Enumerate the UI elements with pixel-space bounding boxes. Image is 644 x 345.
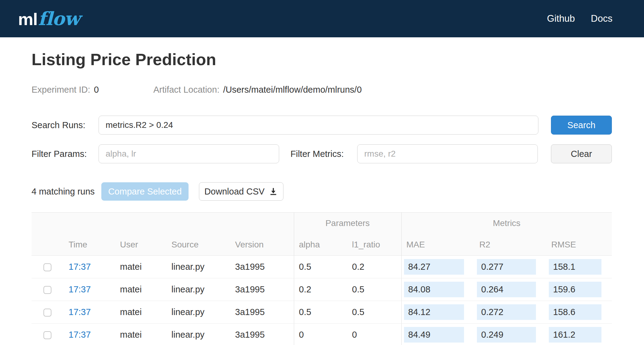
run-time-link[interactable]: 17:37 — [69, 330, 91, 339]
cell-user: matei — [115, 278, 167, 301]
download-csv-button[interactable]: Download CSV — [199, 182, 283, 201]
table-group-header-row: Parameters Metrics — [32, 213, 612, 234]
search-runs-label: Search Runs: — [32, 120, 99, 130]
column-header-version: Version — [230, 234, 294, 256]
cell-rmse: 159.6 — [546, 278, 612, 301]
download-icon — [269, 187, 278, 196]
table-row: 17:37 matei linear.py 3a1995 0.5 0.2 84.… — [32, 256, 612, 278]
top-navbar: ml flow Github Docs — [0, 0, 644, 37]
download-csv-label: Download CSV — [204, 187, 265, 197]
cell-source: linear.py — [167, 301, 230, 324]
mlflow-logo[interactable]: ml flow — [18, 8, 80, 29]
cell-checkbox — [32, 324, 64, 345]
row-checkbox[interactable] — [43, 263, 51, 271]
metric-value: 0.264 — [477, 282, 536, 297]
clear-button[interactable]: Clear — [551, 144, 612, 163]
cell-user: matei — [115, 301, 167, 324]
runs-table: Parameters Metrics Time User Source Vers… — [32, 212, 612, 345]
cell-l1-ratio: 0.2 — [347, 256, 401, 278]
page-title: Listing Price Prediction — [32, 49, 612, 69]
experiment-id-label: Experiment ID: — [32, 84, 90, 95]
nav-link-github[interactable]: Github — [547, 13, 575, 24]
artifact-location-value: /Users/matei/mlflow/demo/mlruns/0 — [223, 84, 362, 95]
column-header-time: Time — [64, 234, 115, 256]
main-content: Listing Price Prediction Experiment ID: … — [0, 49, 644, 345]
cell-checkbox — [32, 256, 64, 278]
metric-value: 159.6 — [549, 282, 601, 297]
group-header-metrics: Metrics — [401, 213, 612, 234]
column-header-user: User — [115, 234, 167, 256]
metric-value: 158.1 — [549, 259, 601, 275]
artifact-location-label: Artifact Location: — [153, 84, 219, 95]
table-row: 17:37 matei linear.py 3a1995 0.5 0.5 84.… — [32, 301, 612, 324]
row-checkbox[interactable] — [43, 331, 51, 339]
logo-ml-text: ml — [18, 9, 37, 29]
column-header-checkbox — [32, 234, 64, 256]
cell-rmse: 161.2 — [546, 324, 612, 345]
cell-alpha: 0 — [294, 324, 347, 345]
cell-time: 17:37 — [64, 301, 115, 324]
table-row: 17:37 matei linear.py 3a1995 0 0 84.49 0… — [32, 324, 612, 345]
cell-checkbox — [32, 278, 64, 301]
search-runs-input[interactable] — [99, 116, 538, 135]
search-row: Search Runs: Search — [32, 116, 612, 135]
cell-l1-ratio: 0 — [347, 324, 401, 345]
cell-user: matei — [115, 324, 167, 345]
matching-runs-count: 4 matching runs — [32, 187, 101, 197]
row-checkbox[interactable] — [43, 286, 51, 294]
cell-mae: 84.12 — [401, 301, 474, 324]
table-header: Parameters Metrics Time User Source Vers… — [32, 213, 612, 256]
cell-user: matei — [115, 256, 167, 278]
table-column-header-row: Time User Source Version alpha l1_ratio … — [32, 234, 612, 256]
cell-r2: 0.249 — [474, 324, 546, 345]
metric-value: 84.49 — [404, 327, 464, 343]
compare-selected-button[interactable]: Compare Selected — [101, 182, 189, 201]
metric-value: 0.249 — [477, 327, 536, 343]
column-header-l1-ratio: l1_ratio — [347, 234, 401, 256]
run-time-link[interactable]: 17:37 — [69, 307, 91, 317]
row-checkbox[interactable] — [43, 309, 51, 317]
results-action-row: 4 matching runs Compare Selected Downloa… — [32, 182, 612, 201]
column-header-r2: R2 — [474, 234, 546, 256]
cell-version: 3a1995 — [230, 278, 294, 301]
cell-r2: 0.264 — [474, 278, 546, 301]
table-body: 17:37 matei linear.py 3a1995 0.5 0.2 84.… — [32, 256, 612, 345]
run-time-link[interactable]: 17:37 — [69, 262, 91, 272]
cell-mae: 84.27 — [401, 256, 474, 278]
cell-alpha: 0.2 — [294, 278, 347, 301]
cell-time: 17:37 — [64, 324, 115, 345]
metric-value: 84.08 — [404, 282, 464, 297]
cell-l1-ratio: 0.5 — [347, 301, 401, 324]
cell-source: linear.py — [167, 324, 230, 345]
nav-link-docs[interactable]: Docs — [591, 13, 612, 24]
group-header-parameters: Parameters — [294, 213, 401, 234]
metric-value: 161.2 — [549, 327, 601, 343]
metric-value: 84.12 — [404, 304, 464, 320]
filter-row: Filter Params: Filter Metrics: Clear — [32, 144, 612, 163]
logo-flow-text: flow — [38, 8, 80, 29]
cell-version: 3a1995 — [230, 256, 294, 278]
column-header-mae: MAE — [401, 234, 474, 256]
cell-alpha: 0.5 — [294, 301, 347, 324]
table-row: 17:37 matei linear.py 3a1995 0.2 0.5 84.… — [32, 278, 612, 301]
cell-source: linear.py — [167, 278, 230, 301]
filter-metrics-label: Filter Metrics: — [290, 149, 357, 159]
cell-mae: 84.49 — [401, 324, 474, 345]
cell-checkbox — [32, 301, 64, 324]
cell-version: 3a1995 — [230, 324, 294, 345]
cell-time: 17:37 — [64, 256, 115, 278]
run-time-link[interactable]: 17:37 — [69, 284, 91, 294]
filter-params-input[interactable] — [99, 144, 279, 163]
column-header-alpha: alpha — [294, 234, 347, 256]
search-button[interactable]: Search — [551, 116, 612, 135]
cell-l1-ratio: 0.5 — [347, 278, 401, 301]
cell-time: 17:37 — [64, 278, 115, 301]
metric-value: 158.6 — [549, 304, 601, 320]
cell-rmse: 158.6 — [546, 301, 612, 324]
experiment-meta-row: Experiment ID: 0 Artifact Location: /Use… — [32, 84, 612, 95]
filter-params-label: Filter Params: — [32, 149, 99, 159]
group-header-spacer — [32, 213, 294, 234]
experiment-id-value: 0 — [94, 84, 99, 95]
cell-source: linear.py — [167, 256, 230, 278]
filter-metrics-input[interactable] — [357, 144, 538, 163]
